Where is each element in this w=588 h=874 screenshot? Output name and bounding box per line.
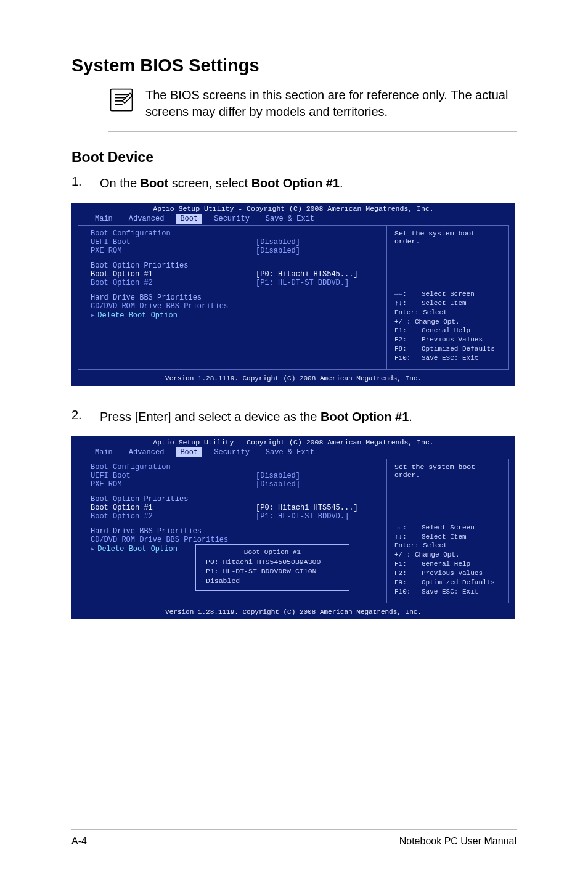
step-2: 2. Press [Enter] and select a device as … <box>71 408 517 425</box>
l: Boot Configuration <box>91 463 379 472</box>
boot-option-popup: Boot Option #1 P0: Hitachi HTS545050B9A3… <box>195 544 349 592</box>
note-text: The BIOS screens in this section are for… <box>145 87 517 120</box>
triangle-icon: ▸ <box>91 545 95 553</box>
l: Boot Option Priorities <box>91 261 379 270</box>
h: +/—: Change Opt. <box>394 317 504 327</box>
page-number: A-4 <box>71 836 87 847</box>
svg-rect-0 <box>111 89 133 111</box>
tab-security[interactable]: Security <box>210 214 253 224</box>
bios-screen-2: Aptio Setup Utility - Copyright (C) 2008… <box>71 436 515 619</box>
v: [Disabled] <box>256 480 379 489</box>
l[interactable]: CD/DVD ROM Drive BBS Priorities <box>91 536 379 544</box>
step-text: On the Boot screen, select Boot Option #… <box>100 174 517 192</box>
t: On the <box>100 176 141 190</box>
tab-save[interactable]: Save & Exit <box>262 447 318 457</box>
t: Delete Boot Option <box>97 311 178 320</box>
bios-desc: Set the system boot order. <box>394 463 504 479</box>
step-number: 2. <box>71 408 83 425</box>
v: [Disabled] <box>256 247 379 255</box>
bios-title: Aptio Setup Utility - Copyright (C) 2008… <box>71 436 515 447</box>
h: Optimized Defaults <box>422 578 495 587</box>
t: screen, select <box>168 176 251 190</box>
l[interactable]: Hard Drive BBS Priorities <box>91 527 379 536</box>
l[interactable]: UEFI Boot <box>91 238 256 247</box>
h: General Help <box>422 560 470 569</box>
triangle-icon: ▸ <box>91 311 95 320</box>
h: Enter: Select <box>394 308 504 317</box>
bios-title: Aptio Setup Utility - Copyright (C) 2008… <box>71 203 515 214</box>
step-1: 1. On the Boot screen, select Boot Optio… <box>71 174 517 192</box>
v: [Disabled] <box>256 238 379 247</box>
v: [P0: Hitachi HTS545...] <box>256 270 379 279</box>
v: [P1: HL-DT-ST BDDVD.] <box>256 279 379 287</box>
v: [P0: Hitachi HTS545...] <box>256 504 379 512</box>
l[interactable]: Hard Drive BBS Priorities <box>91 293 379 302</box>
t: Press [Enter] and select a device as the <box>100 410 321 423</box>
boot-option-1[interactable]: Boot Option #1 <box>91 504 256 512</box>
step-number: 1. <box>71 174 83 192</box>
v: [Disabled] <box>256 472 379 480</box>
bios-help: →←:Select Screen ↑↓:Select Item Enter: S… <box>394 290 504 363</box>
note-icon <box>108 87 134 113</box>
tab-boot[interactable]: Boot <box>176 447 202 457</box>
bios-help: →←:Select Screen ↑↓:Select Item Enter: S… <box>394 523 504 597</box>
bios-footer: Version 1.28.1119. Copyright (C) 2008 Am… <box>71 374 515 382</box>
manual-title: Notebook PC User Manual <box>399 836 517 847</box>
t-bold: Boot <box>141 176 169 190</box>
h: Select Screen <box>422 290 475 299</box>
boot-option-1[interactable]: Boot Option #1 <box>91 270 256 279</box>
page-footer: A-4 Notebook PC User Manual <box>71 829 517 847</box>
page-title: System BIOS Settings <box>71 55 517 76</box>
h: Select Item <box>422 299 467 308</box>
tab-advanced[interactable]: Advanced <box>125 447 168 457</box>
t-bold: Boot Option #1 <box>321 410 409 423</box>
bios-footer: Version 1.28.1119. Copyright (C) 2008 Am… <box>71 607 515 616</box>
h: Enter: Select <box>394 541 504 550</box>
l: Boot Configuration <box>91 229 379 238</box>
tab-advanced[interactable]: Advanced <box>125 214 168 224</box>
h: Save ESC: Exit <box>422 354 478 363</box>
bios-desc: Set the system boot order. <box>394 229 504 245</box>
h: +/—: Change Opt. <box>394 550 504 560</box>
h: Optimized Defaults <box>422 345 495 354</box>
delete-boot-option[interactable]: ▸Delete Boot Option <box>91 311 379 320</box>
t: . <box>340 176 343 190</box>
tab-boot[interactable]: Boot <box>176 214 202 224</box>
bios-tabs: Main Advanced Boot Security Save & Exit <box>71 447 515 457</box>
l[interactable]: UEFI Boot <box>91 472 256 480</box>
v: [P1: HL-DT-ST BDDVD.] <box>256 512 379 521</box>
section-title: Boot Device <box>71 149 517 166</box>
tab-save[interactable]: Save & Exit <box>262 214 318 224</box>
step-text: Press [Enter] and select a device as the… <box>100 408 517 425</box>
h: Previous Values <box>422 569 483 578</box>
h: Previous Values <box>422 335 483 345</box>
h: General Help <box>422 326 470 335</box>
l[interactable]: PXE ROM <box>91 480 256 489</box>
tab-main[interactable]: Main <box>91 214 116 224</box>
t-bold: Boot Option #1 <box>251 176 340 190</box>
note-block: The BIOS screens in this section are for… <box>108 87 517 132</box>
h: Select Screen <box>422 523 475 533</box>
t: . <box>409 410 412 423</box>
l[interactable]: CD/DVD ROM Drive BBS Priorities <box>91 302 379 311</box>
popup-option[interactable]: P0: Hitachi HTS545050B9A300 <box>206 557 339 567</box>
popup-option[interactable]: Disabled <box>206 576 339 586</box>
h: Save ESC: Exit <box>422 587 478 597</box>
popup-title: Boot Option #1 <box>206 549 339 556</box>
bios-screen-1: Aptio Setup Utility - Copyright (C) 2008… <box>71 203 515 386</box>
l: Boot Option Priorities <box>91 495 379 504</box>
boot-option-2[interactable]: Boot Option #2 <box>91 279 256 287</box>
l[interactable]: PXE ROM <box>91 247 256 255</box>
tab-security[interactable]: Security <box>210 447 253 457</box>
tab-main[interactable]: Main <box>91 447 116 457</box>
popup-option[interactable]: P1: HL-DT-ST BDDVDRW CT10N <box>206 566 339 576</box>
t: Delete Boot Option <box>97 545 178 553</box>
bios-tabs: Main Advanced Boot Security Save & Exit <box>71 214 515 224</box>
boot-option-2[interactable]: Boot Option #2 <box>91 512 256 521</box>
h: Select Item <box>422 533 467 542</box>
